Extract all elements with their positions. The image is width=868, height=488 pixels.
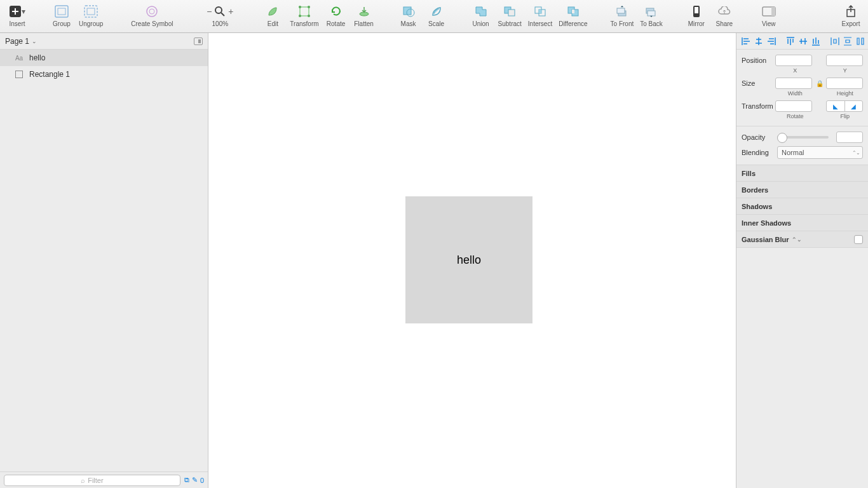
subtract-icon [501,4,519,19]
search-icon: ⌕ [81,477,85,484]
page-name: Page 1 [5,37,29,46]
svg-rect-19 [539,10,541,13]
svg-point-5 [147,6,157,17]
bring-front-icon [613,4,631,19]
text-layer-icon: Aa [14,53,24,62]
export-button[interactable]: Export [837,3,864,29]
insert-button[interactable]: Insert [4,3,31,29]
svg-rect-28 [695,7,698,13]
lock-icon[interactable]: 🔒 [816,80,822,87]
to-back-button[interactable]: To Back [637,3,665,29]
svg-point-9 [308,6,310,8]
opacity-input[interactable] [836,132,863,143]
layer-name: Rectangle 1 [29,70,70,79]
y-input[interactable] [826,55,863,66]
ungroup-button[interactable]: Ungroup [76,3,105,29]
height-input[interactable] [826,78,863,89]
flip-control[interactable]: ◣◢ [826,100,863,112]
svg-rect-24 [617,8,625,13]
filter-input[interactable]: ⌕ Filter [4,475,180,486]
scale-button[interactable]: Scale [423,3,450,29]
svg-point-6 [215,7,222,13]
zoom-control[interactable]: −+ 100% [198,3,241,29]
layer-name: hello [29,53,45,62]
size-label: Size [742,79,775,87]
canvas-rectangle[interactable]: hello [405,196,532,323]
slice-icon[interactable]: ✎ [192,476,198,484]
position-label: Position [742,57,775,64]
layer-item-text[interactable]: Aa hello [0,50,208,66]
blending-label: Blending [742,149,777,156]
send-back-icon [642,4,660,19]
chevron-down-icon: ⌄ [32,38,37,44]
align-right-icon[interactable] [766,36,777,46]
geometry-section: Position XY Size 🔒 WidthHeight Transform [736,50,868,126]
blur-checkbox[interactable] [854,235,863,244]
layer-item-rect[interactable]: Rectangle 1 [0,66,208,83]
mirror-button[interactable]: Mirror [683,3,710,29]
mask-button[interactable]: Mask [395,3,422,29]
pages-selector[interactable]: Page 1 ⌄ [0,33,208,50]
svg-point-11 [308,15,310,17]
align-left-icon[interactable] [740,36,752,46]
gaussian-blur-header[interactable]: Gaussian Blur ⌃⌄ [736,231,868,248]
align-vcenter-icon[interactable] [797,36,809,46]
borders-header[interactable]: Borders [736,182,868,198]
chevron-updown-icon: ⌃⌄ [792,236,802,243]
inner-shadows-header[interactable]: Inner Shadows [736,215,868,231]
flip-h-icon[interactable]: ◣ [827,101,845,111]
transform-button[interactable]: Transform [287,3,321,29]
blending-select[interactable]: Normal [777,146,863,159]
group-icon [53,4,71,19]
transform-label: Transform [742,102,775,110]
export-icon [842,4,860,19]
group-button[interactable]: Group [48,3,75,29]
svg-rect-3 [85,6,97,17]
align-hcenter-icon[interactable] [753,36,764,46]
share-button[interactable]: Share [711,3,738,29]
transform-icon [295,4,313,19]
svg-rect-22 [572,10,574,13]
rotate-button[interactable]: Rotate [323,3,349,29]
create-symbol-button[interactable]: Create Symbol [123,3,180,29]
alignment-row [736,33,868,50]
distribute-spacing-icon[interactable] [855,36,866,46]
intersect-button[interactable]: Intersect [526,3,555,29]
canvas[interactable]: hello [208,33,736,488]
width-input[interactable] [775,78,812,89]
union-button[interactable]: Union [468,3,494,29]
flatten-button[interactable]: Flatten [351,3,377,29]
panel-toggle-icon[interactable] [194,37,203,45]
distribute-v-icon[interactable] [842,36,853,46]
align-bottom-icon[interactable] [810,36,822,46]
svg-rect-2 [58,8,65,15]
edit-button[interactable]: Edit [259,3,286,29]
scale-icon [428,4,445,19]
shadows-header[interactable]: Shadows [736,198,868,215]
toolbar: Insert Group Ungroup Create Symbol −+ 10… [0,0,868,33]
distribute-h-icon[interactable] [829,36,841,46]
flip-v-icon[interactable]: ◢ [845,101,863,111]
svg-rect-7 [300,7,309,16]
opacity-slider[interactable] [777,136,829,139]
copy-icon[interactable]: ⧉ [184,476,189,484]
svg-rect-16 [508,10,515,16]
rotate-icon [327,4,345,19]
difference-button[interactable]: Difference [556,3,590,29]
magnifier-icon: −+ [201,4,239,19]
appearance-section: Opacity Blending Normal [736,126,868,165]
align-top-icon[interactable] [785,36,796,46]
view-button[interactable]: View [756,3,782,29]
canvas-text[interactable]: hello [457,254,481,267]
fills-header[interactable]: Fills [736,165,868,182]
to-front-button[interactable]: To Front [608,3,637,29]
rotate-input[interactable] [775,100,812,112]
ungroup-icon [82,4,100,19]
mask-icon [400,4,417,19]
x-input[interactable] [775,55,812,66]
rect-layer-icon [14,70,24,79]
leaf-icon [264,4,281,19]
svg-rect-30 [771,7,775,16]
subtract-button[interactable]: Subtract [496,3,524,29]
svg-point-8 [299,6,301,8]
